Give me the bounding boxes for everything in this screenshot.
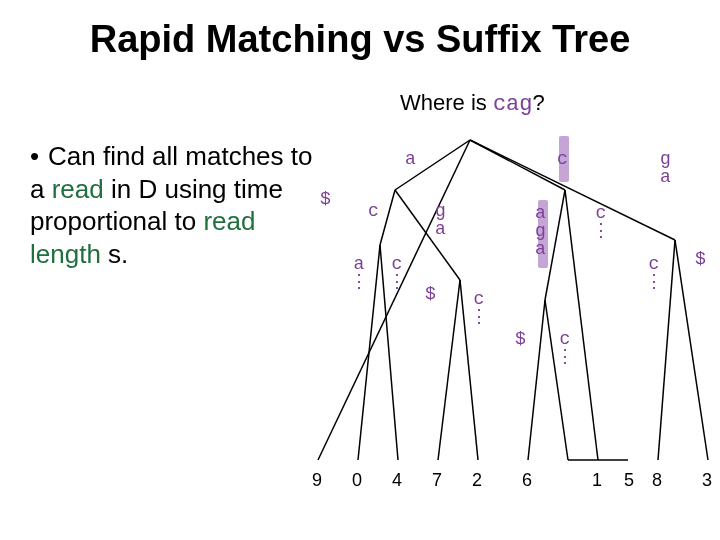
edge-ga-cdots: c ⋮ <box>645 255 663 291</box>
leaf-4: 2 <box>472 470 482 491</box>
bullet-text: •Can find all matches to a read in D usi… <box>30 140 330 270</box>
svg-line-16 <box>675 240 708 460</box>
query-text: cag <box>493 92 533 117</box>
edge-c-a-dollar: $ <box>515 330 526 348</box>
edge-dollar: $ <box>320 190 331 208</box>
leaf-5: 6 <box>522 470 532 491</box>
edge-a-gcdots: c ⋮ <box>470 290 488 326</box>
edge-c-a: a g a <box>535 204 546 258</box>
svg-line-12 <box>545 300 568 460</box>
edge-a-gdollar: $ <box>425 285 436 303</box>
edge-a-cdots: c ⋮ <box>388 255 406 291</box>
edge-c-a-cdots: c ⋮ <box>556 330 574 366</box>
suffix-tree: $ a c g a c g a a ⋮ c ⋮ $ c ⋮ a g a c ⋮ … <box>310 130 720 520</box>
edge-a-g: g a <box>435 202 446 238</box>
edge-c: c <box>557 150 568 168</box>
svg-line-9 <box>545 190 565 300</box>
query-line: Where is cag? <box>400 90 545 117</box>
leaf-2: 4 <box>392 470 402 491</box>
where-prefix: Where is <box>400 90 493 115</box>
leaf-1: 0 <box>352 470 362 491</box>
leaf-3: 7 <box>432 470 442 491</box>
edge-a: a <box>405 150 416 168</box>
svg-line-11 <box>528 300 545 460</box>
leaf-7: 5 <box>624 470 634 491</box>
edge-c-cdots: c ⋮ <box>592 204 610 240</box>
edge-a-adots: a ⋮ <box>350 255 368 291</box>
edge-a-c: c <box>368 202 379 220</box>
bullet-t3: s. <box>101 239 128 269</box>
where-suffix: ? <box>533 90 545 115</box>
svg-line-14 <box>470 140 675 240</box>
leaf-6: 1 <box>592 470 602 491</box>
svg-line-2 <box>380 190 395 245</box>
edge-ga: g a <box>660 150 671 186</box>
edge-ga-dollar: $ <box>695 250 706 268</box>
bullet-read: read <box>52 174 104 204</box>
svg-line-6 <box>438 280 460 460</box>
slide-title: Rapid Matching vs Suffix Tree <box>0 18 720 61</box>
leaf-0: 9 <box>312 470 322 491</box>
leaf-9: 3 <box>702 470 712 491</box>
leaf-8: 8 <box>652 470 662 491</box>
bullet-dot: • <box>30 140 48 173</box>
tree-edges <box>310 130 720 520</box>
